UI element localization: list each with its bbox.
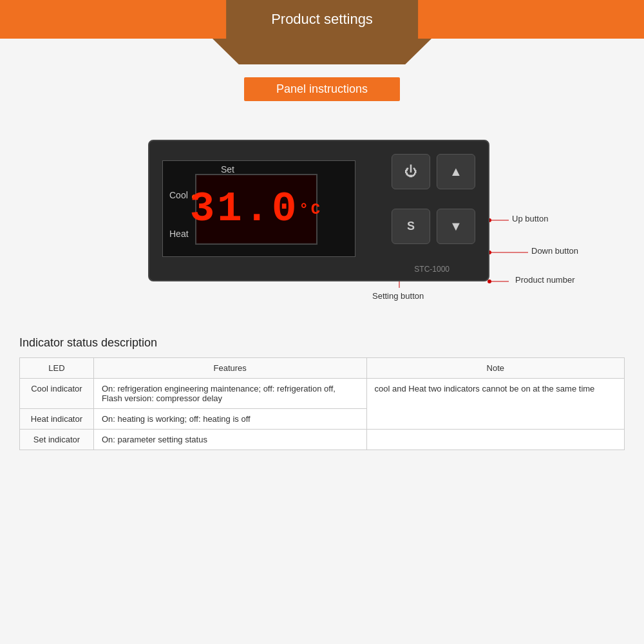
heat-label: Heat	[169, 229, 189, 239]
annotation-up-button: Up button	[512, 214, 548, 223]
led-set: Set indicator	[20, 430, 94, 450]
indicator-table: LED Features Note Cool indicator On: ref…	[19, 357, 625, 450]
celsius-symbol: °C	[299, 201, 323, 218]
up-button[interactable]: ▲	[437, 154, 475, 189]
temperature-value: 31.0	[190, 186, 299, 232]
table-section: Indicator status description LED Feature…	[0, 330, 644, 463]
device: Set Cool Heat 31.0°C ⏻ ▲ S ▼ STC-1000	[148, 140, 489, 281]
led-cool: Cool indicator	[20, 379, 94, 409]
panel-instructions-badge: Panel instructions	[244, 77, 400, 101]
led-heat: Heat indicator	[20, 409, 94, 430]
set-label: Set	[221, 164, 234, 175]
features-heat: On: heating is working; off: heating is …	[93, 409, 366, 430]
button-panel: ⏻ ▲ S ▼	[392, 154, 475, 257]
annotation-down-button: Down button	[531, 246, 578, 256]
down-button[interactable]: ▼	[437, 209, 475, 244]
annotation-product-number: Product number	[515, 275, 575, 285]
note-set	[366, 430, 624, 450]
led-display: 31.0°C	[195, 174, 317, 245]
col-note: Note	[366, 358, 624, 379]
note-cool: cool and Heat two indicators cannot be o…	[366, 379, 624, 430]
cool-label: Cool	[169, 190, 188, 200]
panel-instructions-section: Panel instructions	[0, 77, 644, 101]
svg-point-11	[488, 279, 491, 283]
col-led: LED	[20, 358, 94, 379]
diagram-area: Digital display window Power switch Up b…	[0, 108, 644, 327]
power-button[interactable]: ⏻	[392, 154, 430, 189]
features-set: On: parameter setting status	[93, 430, 366, 450]
col-features: Features	[93, 358, 366, 379]
top-banner: Product settings	[0, 0, 644, 39]
product-settings-box: Product settings	[226, 0, 418, 39]
table-row: Cool indicator On: refrigeration enginee…	[20, 379, 625, 409]
setting-button[interactable]: S	[392, 209, 430, 244]
banner-decoration	[0, 39, 644, 64]
display-panel: Set Cool Heat 31.0°C	[162, 160, 355, 257]
panel-instructions-label: Panel instructions	[276, 82, 368, 95]
table-row: Set indicator On: parameter setting stat…	[20, 430, 625, 450]
product-settings-label: Product settings	[271, 11, 373, 28]
features-cool: On: refrigeration engineering maintenanc…	[93, 379, 366, 409]
annotation-setting-button: Setting button	[372, 291, 424, 301]
table-title: Indicator status description	[19, 336, 625, 350]
stc-label: STC-1000	[414, 265, 450, 274]
